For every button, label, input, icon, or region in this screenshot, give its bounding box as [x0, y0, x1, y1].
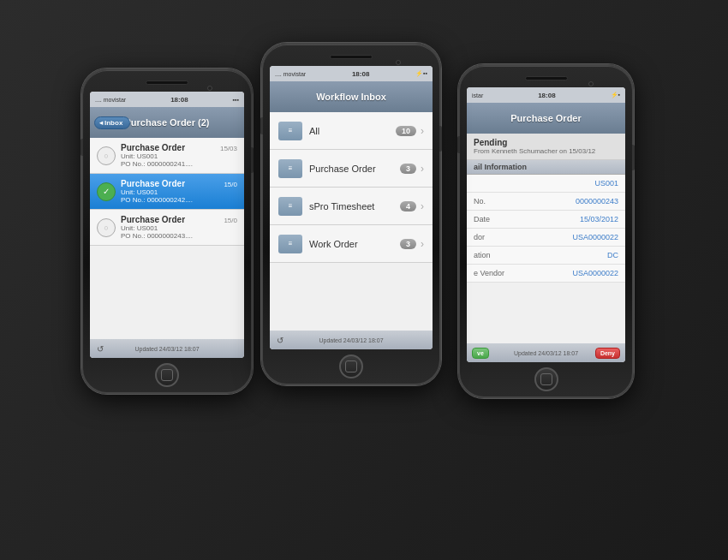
row-label-2: Date	[474, 215, 490, 223]
nav-bar-center: Workflow Inbox	[270, 81, 433, 112]
nav-title-center: Workflow Inbox	[316, 92, 386, 102]
phone-left: .... movistar 18:08 ▪▪▪ Inbox Purchase O…	[81, 69, 253, 394]
status-bar-left: .... movistar 18:08 ▪▪▪	[90, 92, 244, 107]
footer-left: Updated 24/03/12 18:07	[134, 346, 199, 352]
row-label-5: e Vendor	[474, 269, 504, 277]
inbox-icon-all: ≡	[278, 122, 302, 140]
chevron-ts: ›	[421, 200, 424, 212]
item-sub1-3: Unit: US001	[121, 224, 224, 232]
home-area-right	[460, 362, 632, 396]
speaker-center	[330, 55, 373, 59]
list-left: ○ Purchase Order Unit: US001 PO No.: 000…	[90, 138, 244, 339]
back-btn-left[interactable]: Inbox	[94, 116, 130, 129]
item-sub2-1: PO No.: 0000000241....	[121, 160, 220, 168]
speaker-right	[525, 76, 568, 80]
inbox-item-wo[interactable]: ≡ Work Order 3 ›	[270, 225, 433, 263]
item-icon-1: ○	[97, 146, 116, 165]
carrier-center: .... movistar	[275, 71, 306, 77]
home-button-right[interactable]	[534, 367, 558, 391]
refresh-icon-left[interactable]: ↺	[97, 344, 104, 354]
status-bar-right: istar 18:08 ⚡▪	[467, 87, 625, 103]
footer-right: Updated 24/03/12 18:07	[514, 350, 578, 356]
row-label-4: ation	[474, 251, 491, 259]
detail-row-4: ation DC	[467, 247, 625, 265]
bottom-bar-center: ↺ Updated 24/03/12 18:07	[270, 331, 433, 349]
nav-title-left: Purchase Order (2)	[124, 117, 209, 128]
inbox-badge-ts: 4	[400, 201, 416, 211]
status-bar-center: .... movistar 18:08 ⚡▪▪	[270, 66, 433, 81]
detail-content: Pending From Kenneth Schumacher on 15/03…	[467, 134, 625, 343]
home-area-left	[83, 358, 251, 392]
status-icons-left: ▪▪▪	[233, 97, 239, 103]
inbox-label-wo: Work Order	[309, 239, 400, 249]
camera-left	[207, 86, 212, 91]
detail-row-3: dor USA0000022	[467, 229, 625, 247]
phones-container: .... movistar 18:08 ▪▪▪ Inbox Purchase O…	[0, 0, 728, 560]
chevron-all: ›	[421, 125, 424, 137]
bottom-bar-right: ve Updated 24/03/12 18:07 Deny	[467, 343, 625, 362]
item-title-3: Purchase Order	[121, 215, 224, 224]
time-center: 18:08	[352, 70, 369, 78]
inbox-badge-po: 3	[400, 164, 416, 174]
item-sub1-2: Unit: US001	[121, 188, 224, 196]
inbox-item-po[interactable]: ≡ Purchase Order 3 ›	[270, 150, 433, 188]
detail-row-2: Date 15/03/2012	[467, 211, 625, 229]
inbox-label-ts: sPro Timesheet	[309, 201, 400, 211]
phone-right: istar 18:08 ⚡▪ Purchase Order Pending Fr…	[458, 64, 634, 398]
deny-button[interactable]: Deny	[595, 348, 620, 359]
home-button-center[interactable]	[339, 354, 363, 378]
refresh-icon-center[interactable]: ↺	[277, 336, 283, 345]
inbox-badge-all: 10	[396, 126, 416, 136]
time-right: 18:08	[538, 92, 555, 99]
item-content-1: Purchase Order Unit: US001 PO No.: 00000…	[121, 143, 220, 168]
list-item[interactable]: ○ Purchase Order Unit: US001 PO No.: 000…	[90, 138, 244, 174]
row-value-4: DC	[607, 251, 618, 259]
list-item-3[interactable]: ○ Purchase Order Unit: US001 PO No.: 000…	[90, 210, 244, 246]
list-item-selected[interactable]: ✓ Purchase Order Unit: US001 PO No.: 000…	[90, 174, 244, 210]
footer-center: Updated 24/03/12 18:07	[319, 337, 383, 343]
home-area-center	[263, 349, 439, 384]
time-left: 18:08	[170, 96, 188, 104]
screen-left: .... movistar 18:08 ▪▪▪ Inbox Purchase O…	[90, 92, 244, 358]
row-label-1: No.	[474, 197, 486, 206]
item-date-2: 15/0	[224, 181, 237, 188]
carrier-left: .... movistar	[95, 97, 126, 103]
nav-bar-left: Inbox Purchase Order (2)	[90, 107, 244, 138]
item-content-3: Purchase Order Unit: US001 PO No.: 00000…	[121, 215, 224, 240]
inbox-icon-wo: ≡	[278, 235, 302, 253]
item-icon-3: ○	[97, 218, 116, 237]
row-value-0: US001	[594, 179, 618, 188]
inbox-item-ts[interactable]: ≡ sPro Timesheet 4 ›	[270, 188, 433, 225]
home-button-inner-right	[540, 373, 552, 385]
inbox-badge-wo: 3	[400, 239, 416, 249]
status-title: Pending	[474, 138, 618, 147]
status-sub: From Kenneth Schumacher on 15/03/12	[474, 147, 618, 155]
inbox-label-all: All	[309, 126, 396, 136]
chevron-po: ›	[421, 163, 424, 175]
row-value-2: 15/03/2012	[580, 215, 618, 223]
chevron-wo: ›	[421, 238, 424, 250]
camera-right	[588, 81, 594, 86]
item-title-1: Purchase Order	[121, 143, 220, 152]
screen-right: istar 18:08 ⚡▪ Purchase Order Pending Fr…	[467, 87, 625, 362]
item-sub1-1: Unit: US001	[121, 152, 220, 160]
item-date-1: 15/03	[220, 145, 237, 152]
item-sub2-3: PO No.: 0000000243....	[121, 232, 224, 240]
nav-title-right: Purchase Order	[510, 113, 582, 123]
detail-status: Pending From Kenneth Schumacher on 15/03…	[467, 134, 625, 160]
inbox-icon-ts: ≡	[278, 197, 302, 216]
approve-button[interactable]: ve	[472, 348, 489, 359]
detail-row-0: US001	[467, 175, 625, 193]
row-value-5: USA0000022	[572, 269, 618, 277]
status-icons-center: ⚡▪▪	[415, 70, 427, 77]
bottom-bar-left: ↺ Updated 24/03/12 18:07	[90, 339, 244, 358]
inbox-list: ≡ All 10 › ≡ Purchase Order 3 ›	[270, 112, 433, 331]
item-title-2: Purchase Order	[121, 179, 224, 188]
home-button-left[interactable]	[155, 363, 179, 387]
phone-center: .... movistar 18:08 ⚡▪▪ Workflow Inbox ≡…	[261, 43, 441, 385]
detail-row-1: No. 0000000243	[467, 193, 625, 211]
inbox-item-all[interactable]: ≡ All 10 ›	[270, 112, 433, 150]
carrier-right: istar	[472, 92, 483, 98]
item-content-2: Purchase Order Unit: US001 PO No.: 00000…	[121, 179, 224, 204]
item-date-3: 15/0	[224, 217, 237, 224]
